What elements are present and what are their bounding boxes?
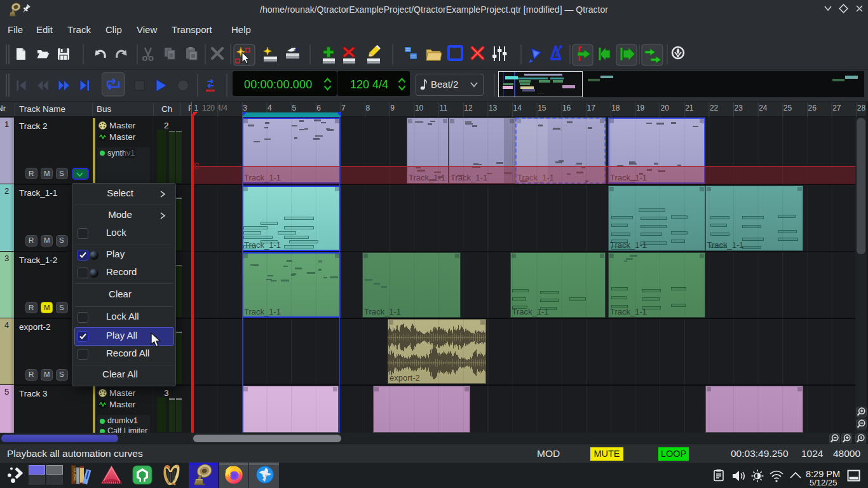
svg-text:CALIBRE: CALIBRE bbox=[73, 468, 76, 481]
